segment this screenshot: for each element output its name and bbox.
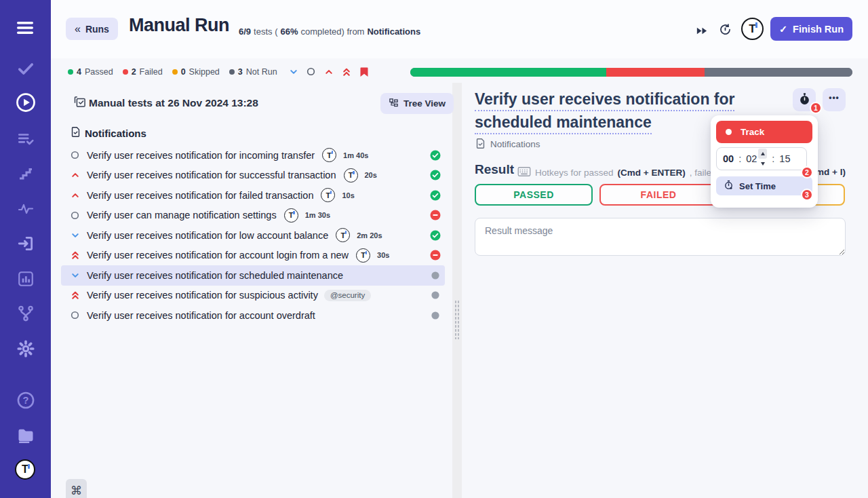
status-not-run-icon[interactable] — [430, 310, 441, 321]
tour-badge-3: 3 — [801, 189, 813, 201]
priority-urgent-icon — [70, 290, 80, 301]
sidebar-check-icon[interactable] — [15, 58, 36, 79]
test-row[interactable]: Verify user receives notification for ac… — [61, 305, 445, 326]
retry-timer-icon[interactable] — [717, 22, 732, 37]
set-time-stopwatch-icon — [724, 180, 734, 192]
cmd-key-badge: ⌘ — [66, 479, 87, 498]
minutes-stepper[interactable] — [758, 149, 767, 169]
time-separator: : — [738, 153, 741, 164]
detail-suite-breadcrumb[interactable]: Notifications — [490, 139, 540, 149]
percent-completed: 66% — [280, 26, 298, 37]
hours-field[interactable]: 00 — [723, 153, 734, 164]
sidebar-list-check-icon[interactable] — [15, 128, 36, 149]
test-row[interactable]: Verify user receives notification for sc… — [61, 265, 445, 286]
set-time-button[interactable]: Set Time — [716, 176, 812, 195]
testomat-logo-icon[interactable]: T — [741, 18, 764, 40]
tests-word: tests ( — [254, 26, 277, 37]
test-row[interactable]: Verify user receives notification for su… — [61, 286, 445, 306]
sidebar-logo-icon[interactable]: T — [15, 459, 35, 480]
status-dot-icon — [229, 69, 235, 75]
tree-view-label: Tree View — [403, 98, 446, 109]
tree-view-button[interactable]: Tree View — [380, 93, 454, 114]
track-button[interactable]: Track — [716, 121, 812, 143]
status-failed-icon[interactable] — [430, 210, 441, 221]
completed-word: completed) from — [301, 26, 365, 37]
time-input-group[interactable]: 00 : 02 : 15 — [716, 147, 807, 170]
priority-low-icon — [70, 230, 80, 240]
test-row[interactable]: Verify user receives notification for fa… — [61, 185, 445, 206]
stopwatch-icon — [798, 92, 811, 108]
tree-view-icon — [389, 98, 399, 110]
test-row[interactable]: Verify user receives notification for ac… — [61, 246, 445, 266]
passed-button[interactable]: PASSED — [475, 184, 593, 206]
hotkeys-tail-fragment: md + I) — [816, 167, 846, 177]
sidebar-sign-in-icon[interactable] — [15, 233, 36, 254]
finish-run-button[interactable]: ✓ Finish Run — [770, 17, 852, 41]
priority-filters — [288, 66, 370, 77]
test-row[interactable]: Verify user can manage notification sett… — [61, 206, 445, 226]
check-icon: ✓ — [779, 24, 787, 35]
test-title: Verify user receives notification for in… — [87, 150, 315, 161]
app-sidebar: ?T — [0, 0, 51, 498]
sidebar-folder-icon[interactable] — [15, 425, 36, 446]
filter-chevron-down-icon[interactable] — [288, 66, 299, 77]
status-not-run-icon[interactable] — [430, 290, 441, 301]
priority-urgent-icon — [70, 250, 80, 261]
record-dot-icon — [726, 129, 732, 135]
detail-suite-file-icon — [475, 138, 486, 152]
sidebar-play-icon[interactable] — [15, 92, 36, 113]
sidebar-branch-icon[interactable] — [15, 303, 36, 324]
failed-button[interactable]: FAILED — [599, 184, 717, 206]
sidebar-steps-icon[interactable] — [15, 163, 36, 184]
test-row[interactable]: Verify user receives notification for lo… — [61, 225, 445, 246]
step-up-icon[interactable] — [758, 149, 767, 159]
test-title: Verify user receives notification for su… — [87, 170, 336, 180]
result-message-input[interactable] — [475, 218, 846, 256]
filter-chevrons-up-icon[interactable] — [340, 66, 352, 77]
sidebar-gear-icon[interactable] — [15, 338, 36, 359]
test-duration: 30s — [377, 251, 389, 259]
filter-circle-icon[interactable] — [305, 66, 317, 77]
sidebar-pulse-icon[interactable] — [15, 198, 36, 219]
priority-high-icon — [70, 190, 80, 200]
filter-chevron-up-icon[interactable] — [323, 66, 334, 77]
seconds-field[interactable]: 15 — [779, 153, 790, 164]
ellipsis-icon: ••• — [829, 93, 840, 107]
status-not-run-icon[interactable] — [430, 270, 441, 281]
test-title: Verify user receives notification for lo… — [87, 230, 328, 241]
status-failed-icon[interactable] — [430, 250, 441, 261]
step-down-icon[interactable] — [758, 159, 767, 169]
status-passed-icon[interactable] — [430, 170, 441, 180]
sidebar-menu-icon[interactable] — [15, 17, 36, 38]
more-options-button[interactable]: ••• — [823, 88, 846, 111]
status-dot-icon — [123, 69, 128, 75]
filter-bookmark-icon[interactable] — [358, 66, 370, 77]
priority-high-icon — [70, 170, 80, 180]
fast-forward-icon[interactable] — [694, 23, 709, 38]
keyboard-icon — [517, 166, 531, 179]
back-to-runs-button[interactable]: « Runs — [66, 18, 118, 40]
count-skipped: 0Skipped — [172, 67, 220, 77]
status-passed-icon[interactable] — [430, 150, 441, 161]
tests-fraction: 6/9 — [239, 26, 251, 37]
test-duration: 1m 30s — [305, 211, 330, 219]
pane-splitter[interactable] — [452, 83, 462, 498]
test-list: Verify user receives notification for in… — [61, 145, 445, 326]
svg-text:?: ? — [22, 395, 28, 406]
checklist-icon — [73, 95, 87, 111]
minutes-field[interactable]: 02 — [746, 153, 757, 164]
test-row[interactable]: Verify user receives notification for in… — [61, 145, 445, 166]
status-passed-icon[interactable] — [430, 230, 441, 241]
progress-segment-failed — [606, 68, 705, 77]
splitter-grip-icon[interactable] — [454, 300, 460, 339]
sidebar-chart-icon[interactable] — [15, 268, 36, 289]
test-row[interactable]: Verify user receives notification for su… — [61, 166, 445, 186]
test-title: Verify user receives notification for ac… — [87, 250, 349, 261]
priority-low-icon — [70, 270, 80, 280]
test-duration: 20s — [365, 171, 377, 179]
run-title: Manual tests at 26 Nov 2024 13:28 — [89, 97, 258, 109]
status-passed-icon[interactable] — [430, 190, 441, 201]
main-area: « Runs Manual Run 6/9 tests ( 66% comple… — [51, 0, 868, 498]
sidebar-help-icon[interactable]: ? — [15, 389, 36, 410]
hotkeys-prefix: Hotkeys for passed — [535, 168, 614, 178]
